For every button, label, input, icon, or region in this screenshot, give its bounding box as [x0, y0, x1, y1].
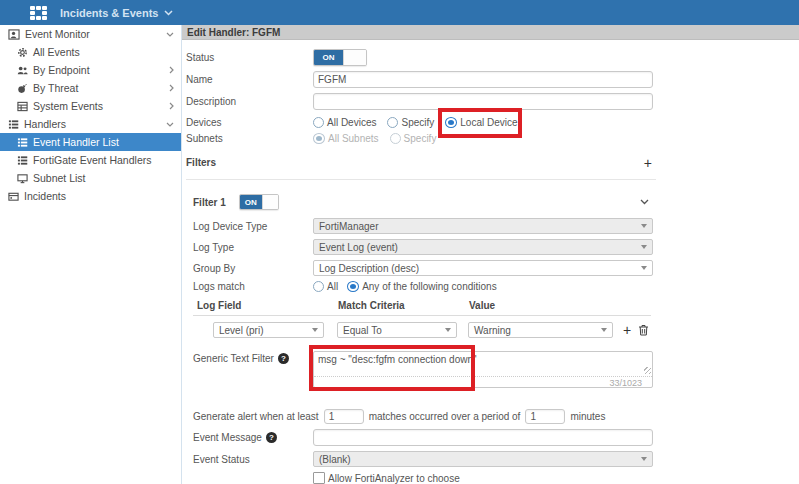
sidebar-item-label: FortiGate Event Handlers — [33, 154, 151, 166]
name-input[interactable] — [313, 71, 653, 88]
description-row: Description — [186, 93, 799, 110]
alert-count-input[interactable] — [324, 409, 364, 424]
radio-selected-icon — [445, 117, 457, 128]
subnets-label: Subnets — [186, 133, 313, 144]
sidebar-item-label: Event Handler List — [33, 136, 119, 148]
event-message-label: Event Message ? — [193, 432, 313, 443]
generate-alert-row: Generate alert when at least matches occ… — [193, 409, 799, 424]
chevron-right-icon — [169, 84, 174, 92]
sidebar-item-fortigate-event-handlers[interactable]: FortiGate Event Handlers — [0, 151, 181, 169]
generate-alert-text-middle: matches occurred over a period of — [369, 411, 521, 422]
delete-condition-icon[interactable] — [638, 324, 649, 336]
status-toggle[interactable]: ON — [313, 49, 367, 66]
top-app-bar: Incidents & Events — [0, 0, 799, 25]
event-status-label: Event Status — [193, 454, 313, 465]
generate-alert-text-before: Generate alert when at least — [193, 411, 319, 422]
sidebar-item-label: Handlers — [24, 118, 66, 130]
checkbox-icon — [313, 472, 325, 484]
chevron-right-icon — [169, 102, 174, 110]
dropdown-caret-icon — [641, 457, 647, 461]
list-icon — [8, 119, 19, 130]
sidebar-item-by-threat[interactable]: By Threat — [0, 79, 181, 97]
radio-logs-match-all[interactable]: All — [313, 281, 338, 292]
alert-period-input[interactable] — [525, 409, 565, 424]
radio-icon — [313, 117, 324, 128]
radio-all-devices[interactable]: All Devices — [313, 117, 376, 128]
sidebar-item-all-events[interactable]: All Events — [0, 43, 181, 61]
subnets-row: Subnets All Subnets Specify — [186, 133, 799, 144]
generic-text-filter-row: Generic Text Filter ? msg ~ "desc:fgfm c… — [193, 351, 799, 388]
char-counter: 33/1023 — [314, 376, 652, 389]
generate-alert-text-after: minutes — [570, 411, 605, 422]
event-status-select[interactable]: (Blank) — [313, 451, 653, 467]
dropdown-caret-icon — [601, 328, 607, 332]
app-title: Incidents & Events — [60, 7, 158, 19]
sidebar-item-system-events[interactable]: System Events — [0, 97, 181, 115]
chevron-right-icon — [169, 66, 174, 74]
sidebar: Event Monitor All Events By Endpoint By … — [0, 25, 182, 484]
table-icon — [17, 101, 28, 112]
description-input[interactable] — [313, 93, 653, 110]
radio-specify-subnets: Specify — [390, 133, 437, 144]
value-select[interactable]: Warning — [468, 322, 613, 338]
radio-specify-devices[interactable]: Specify — [387, 117, 434, 128]
edit-handler-form: Status ON Name Description Devices All D… — [182, 40, 799, 484]
toggle-knob — [262, 195, 278, 209]
collapse-filter-chevron-icon[interactable] — [640, 199, 649, 205]
generic-text-filter-label: Generic Text Filter ? — [193, 351, 313, 364]
event-message-row: Event Message ? — [193, 429, 799, 446]
log-type-select[interactable]: Event Log (event) — [313, 239, 653, 255]
logs-match-label: Logs match — [193, 281, 313, 292]
name-label: Name — [186, 74, 313, 85]
generic-text-filter-textarea[interactable]: msg ~ "desc:fgfm connection down" — [314, 352, 652, 374]
log-device-type-row: Log Device Type FortiManager — [193, 218, 799, 234]
sidebar-item-incidents[interactable]: Incidents — [0, 187, 181, 205]
log-device-type-select[interactable]: FortiManager — [313, 218, 653, 234]
card-icon — [8, 191, 19, 202]
filter1-toggle[interactable]: ON — [239, 194, 279, 210]
sidebar-item-event-handler-list[interactable]: Event Handler List — [0, 133, 181, 151]
allow-fortianalyzer-checkbox[interactable]: Allow FortiAnalyzer to choose — [313, 472, 460, 484]
dropdown-caret-icon — [641, 266, 647, 270]
sidebar-item-event-monitor[interactable]: Event Monitor — [0, 25, 181, 43]
table-divider — [193, 315, 651, 316]
radio-logs-match-any[interactable]: Any of the following conditions — [347, 281, 497, 292]
main-content: Edit Handler: FGFM Status ON Name Descri… — [182, 25, 799, 484]
sidebar-item-label: Subnet List — [33, 172, 86, 184]
conditions-header-row: Log Field Match Criteria Value — [193, 300, 653, 311]
resize-handle[interactable] — [644, 367, 651, 374]
devices-row: Devices All Devices Specify Local Device — [186, 117, 799, 128]
list-icon — [17, 155, 28, 166]
toggle-on-label: ON — [314, 50, 343, 65]
sidebar-item-label: Event Monitor — [25, 28, 90, 40]
add-condition-button[interactable]: + — [623, 325, 631, 335]
gear-icon — [17, 47, 28, 58]
logs-match-row: Logs match All Any of the following cond… — [193, 281, 799, 292]
sidebar-item-label: By Endpoint — [33, 64, 90, 76]
event-message-input[interactable] — [313, 429, 653, 446]
log-field-select[interactable]: Level (pri) — [213, 322, 324, 338]
sidebar-item-label: System Events — [33, 100, 103, 112]
app-switcher-button[interactable]: Incidents & Events — [60, 7, 173, 19]
condition-row: Level (pri) Equal To Warning + — [193, 322, 653, 338]
fortinet-grid-logo-icon — [30, 6, 47, 20]
sidebar-item-handlers[interactable]: Handlers — [0, 115, 181, 133]
devices-label: Devices — [186, 117, 313, 128]
allow-choose-row: Allow FortiAnalyzer to choose — [313, 472, 799, 484]
add-filter-button[interactable]: + — [644, 158, 652, 168]
radio-local-device[interactable]: Local Device — [445, 117, 517, 128]
log-type-label: Log Type — [193, 242, 313, 253]
filter1-header: Filter 1 ON — [193, 194, 649, 210]
sidebar-item-by-endpoint[interactable]: By Endpoint — [0, 61, 181, 79]
log-type-row: Log Type Event Log (event) — [193, 239, 799, 255]
dropdown-caret-icon — [641, 224, 647, 228]
group-by-select[interactable]: Log Description (desc) — [313, 260, 653, 276]
help-icon[interactable]: ? — [278, 353, 289, 364]
sidebar-item-subnet-list[interactable]: Subnet List — [0, 169, 181, 187]
name-row: Name — [186, 71, 799, 88]
fortianalyzer-screen: { "header": { "app_title": "Incidents & … — [0, 0, 799, 484]
radio-selected-icon — [347, 281, 359, 292]
help-icon[interactable]: ? — [266, 432, 277, 443]
match-criteria-select[interactable]: Equal To — [337, 322, 457, 338]
event-monitor-icon — [8, 29, 20, 40]
